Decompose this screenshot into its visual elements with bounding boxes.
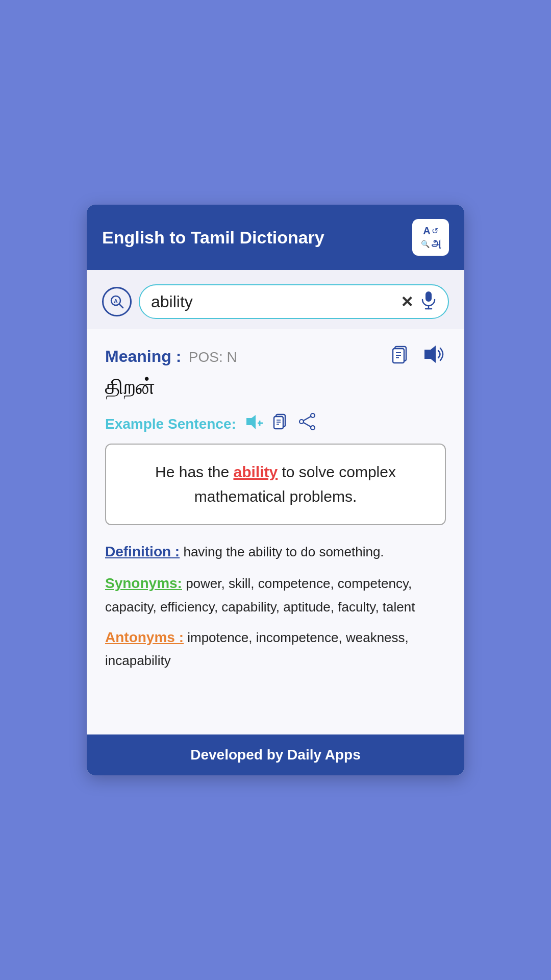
- search-area: A ✕: [87, 270, 464, 329]
- search-input[interactable]: [151, 292, 393, 311]
- meaning-tamil-text: திறன்: [105, 375, 446, 399]
- definition-text: having the ability to do something.: [180, 544, 384, 559]
- example-label: Example Sentence:: [105, 416, 236, 432]
- speak-example-button[interactable]: [245, 413, 264, 435]
- svg-rect-3: [425, 291, 432, 302]
- meaning-action-icons: [390, 344, 446, 370]
- footer: Developed by Daily Apps: [87, 734, 464, 775]
- synonyms-line: Synonyms: power, skill, competence, comp…: [105, 571, 446, 618]
- share-example-button[interactable]: [298, 412, 317, 435]
- content-area: Meaning : POS: N: [87, 329, 464, 734]
- definition-colon: :: [171, 544, 180, 559]
- svg-rect-16: [274, 416, 283, 429]
- example-header: Example Sentence:: [105, 412, 446, 435]
- search-input-wrapper: ✕: [139, 284, 449, 319]
- meaning-label: Meaning :: [105, 347, 181, 365]
- translate-button[interactable]: A ↺ 🔍 அ: [412, 219, 449, 256]
- definition-label: Definition: [105, 544, 171, 559]
- mic-button[interactable]: [420, 290, 437, 313]
- app-container: English to Tamil Dictionary A ↺ 🔍 அ A ✕: [87, 205, 464, 775]
- meaning-label-area: Meaning : POS: N: [105, 347, 237, 366]
- speak-meaning-button[interactable]: [421, 344, 446, 370]
- example-action-icons: [245, 412, 317, 435]
- definition-line: Definition : having the ability to do so…: [105, 540, 446, 564]
- svg-marker-11: [424, 346, 436, 363]
- copy-meaning-button[interactable]: [390, 344, 411, 370]
- example-sentence-box: He has the ability to solve complex math…: [105, 444, 446, 525]
- svg-point-21: [299, 420, 304, 424]
- svg-line-1: [119, 304, 123, 308]
- meaning-header: Meaning : POS: N: [105, 344, 446, 370]
- antonyms-line: Antonyms : impotence, incompetence, weak…: [105, 625, 446, 672]
- svg-marker-12: [246, 415, 256, 429]
- svg-point-22: [311, 426, 315, 430]
- svg-text:A: A: [114, 298, 118, 304]
- clear-button[interactable]: ✕: [400, 293, 413, 311]
- header-title: English to Tamil Dictionary: [102, 228, 324, 248]
- svg-line-23: [304, 416, 311, 421]
- footer-text: Developed by Daily Apps: [190, 747, 361, 763]
- example-highlight-word: ability: [233, 463, 278, 480]
- synonyms-label: Synonyms:: [105, 575, 182, 591]
- info-section: Definition : having the ability to do so…: [105, 540, 446, 672]
- example-text-before: He has the: [155, 463, 233, 480]
- svg-line-24: [304, 423, 311, 427]
- spacer: [105, 679, 446, 720]
- svg-point-20: [311, 413, 315, 418]
- antonyms-label: Antonyms :: [105, 629, 184, 645]
- header: English to Tamil Dictionary A ↺ 🔍 அ: [87, 205, 464, 270]
- meaning-pos: POS: N: [189, 349, 237, 365]
- search-circle-icon: A: [102, 287, 132, 316]
- copy-example-button[interactable]: [272, 412, 290, 435]
